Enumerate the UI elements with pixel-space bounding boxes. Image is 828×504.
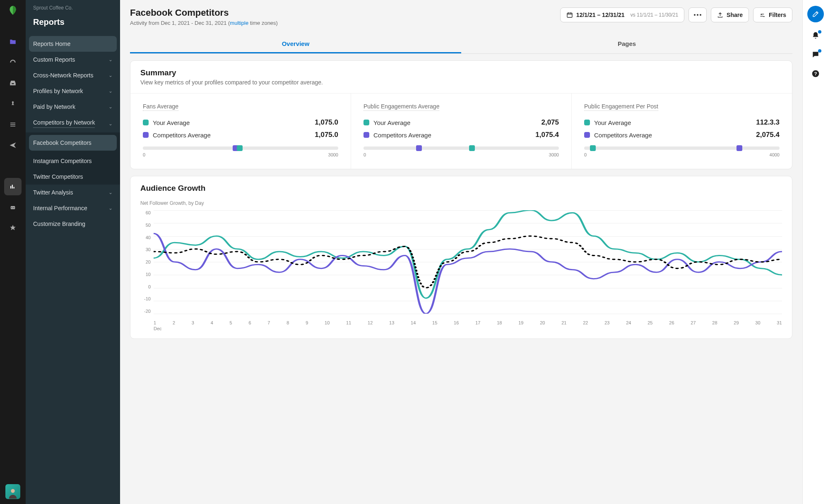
audience-growth-card: Audience Growth Net Follower Growth, by … [130, 176, 792, 339]
metric-title: Fans Average [143, 103, 178, 111]
rail-star-icon[interactable] [4, 219, 22, 237]
your-avg-label: Your Average [373, 119, 410, 126]
comp-avg-label: Competitors Average [594, 132, 652, 139]
more-button[interactable] [688, 7, 707, 22]
comp-avg-dot [584, 132, 590, 138]
nav-customize-branding[interactable]: Customize Branding [26, 216, 120, 232]
nav-custom-reports[interactable]: Custom Reports⌄ [26, 52, 120, 67]
notifications-icon[interactable] [811, 31, 820, 41]
rail-pin-icon[interactable] [4, 95, 22, 113]
chevron-down-icon: ⌄ [108, 205, 113, 211]
rail-send-icon[interactable] [4, 137, 22, 154]
comp-avg-dot [143, 132, 149, 138]
comp-avg-label: Competitors Average [153, 132, 211, 139]
share-button[interactable]: Share [711, 7, 749, 22]
nav-twitter-competitors[interactable]: Twitter Competitors [26, 169, 120, 185]
chevron-down-icon: ⌄ [108, 88, 113, 94]
sprout-logo-icon[interactable] [7, 4, 19, 17]
chevron-down-icon: ⌄ [108, 57, 113, 62]
timezone-link[interactable]: multiple [230, 20, 248, 26]
comp-avg-value: 1,075.0 [315, 131, 338, 139]
nav-twitter-analysis[interactable]: Twitter Analysis⌄ [26, 185, 120, 200]
messages-icon[interactable] [811, 50, 820, 60]
tab-pages[interactable]: Pages [461, 35, 792, 53]
your-avg-dot [363, 120, 369, 125]
messages-badge [818, 49, 821, 53]
your-avg-label: Your Average [153, 119, 190, 126]
metric-0: Fans Average Your Average1,075.0 Competi… [130, 94, 351, 169]
page-subtitle: Activity from Dec 1, 2021 - Dec 31, 2021… [130, 20, 278, 26]
your-slider-mark [469, 145, 475, 151]
compose-button[interactable] [807, 6, 824, 22]
svg-point-6 [697, 14, 698, 16]
chart-area: 6050403020100-10-20 12345678910111213141… [140, 210, 782, 330]
tabs: Overview Pages [130, 35, 792, 54]
metric-slider[interactable] [363, 146, 559, 150]
comp-slider-mark [737, 145, 742, 151]
your-avg-value: 2,075 [541, 118, 559, 127]
comp-avg-dot [363, 132, 369, 138]
metric-slider[interactable] [584, 146, 780, 150]
tab-overview[interactable]: Overview [130, 35, 461, 53]
metric-slider[interactable] [143, 146, 338, 150]
svg-point-5 [694, 14, 696, 16]
rail-reports-icon[interactable] [4, 178, 22, 195]
chevron-down-icon: ⌄ [108, 72, 113, 78]
nav-instagram-competitors[interactable]: Instagram Competitors [26, 153, 120, 169]
nav-cross-network[interactable]: Cross-Network Reports⌄ [26, 67, 120, 83]
filters-icon [759, 12, 765, 18]
right-rail: ? [802, 0, 828, 504]
rail-audio-icon[interactable] [4, 157, 22, 175]
rail-inbox-icon[interactable] [4, 74, 22, 92]
chevron-down-icon: ⌄ [108, 104, 113, 110]
summary-subtitle: View key metrics of your profiles compar… [140, 79, 782, 86]
rail-bot-icon[interactable] [4, 199, 22, 216]
nav-facebook-competitors[interactable]: Facebook Competitors [29, 135, 117, 151]
share-icon [717, 12, 723, 18]
sidebar: Sprout Coffee Co. Reports Reports Home C… [26, 0, 120, 504]
comp-avg-value: 2,075.4 [756, 131, 780, 139]
filters-button[interactable]: Filters [753, 7, 792, 22]
date-range-button[interactable]: 12/1/21 – 12/31/21vs 11/1/21 – 11/30/21 [560, 7, 684, 22]
nav-internal-performance[interactable]: Internal Performance⌄ [26, 200, 120, 216]
svg-text:?: ? [814, 71, 817, 76]
x-axis-month: Dec [154, 326, 162, 331]
nav-competitors-by-network[interactable]: Competitors by Network⌄ [26, 115, 120, 132]
svg-point-1 [12, 207, 12, 208]
user-avatar[interactable] [5, 484, 20, 499]
topbar: Facebook Competitors Activity from Dec 1… [120, 0, 802, 26]
your-avg-value: 112.3.3 [756, 118, 780, 127]
summary-card: Summary View key metrics of your profile… [130, 60, 792, 169]
metric-title: Public Engagements Average [363, 103, 439, 111]
nav-profiles-by-network[interactable]: Profiles by Network⌄ [26, 83, 120, 99]
svg-rect-0 [11, 206, 15, 209]
help-icon[interactable]: ? [811, 70, 820, 79]
nav-reports-home[interactable]: Reports Home [29, 36, 117, 52]
rail-list-icon[interactable] [4, 116, 22, 133]
summary-title: Summary [140, 68, 782, 77]
comp-avg-value: 1,075.4 [535, 131, 559, 139]
your-avg-label: Your Average [594, 119, 631, 126]
ellipsis-icon [694, 14, 701, 16]
rail-folder-icon[interactable] [4, 33, 22, 50]
metric-title: Public Engagement Per Post [584, 103, 658, 111]
sidebar-section-title: Reports [26, 17, 120, 27]
rail-gauge-icon[interactable] [4, 54, 22, 71]
your-avg-value: 1,075.0 [315, 118, 338, 127]
metric-2: Public Engagement Per Post Your Average1… [572, 94, 792, 169]
nav-paid-by-network[interactable]: Paid by Network⌄ [26, 99, 120, 115]
chart-subtitle: Net Follower Growth, by Day [130, 200, 792, 206]
page-title: Facebook Competitors [130, 7, 278, 18]
your-avg-dot [584, 120, 590, 125]
icon-rail [0, 0, 26, 504]
svg-point-7 [700, 14, 701, 16]
metric-1: Public Engagements Average Your Average2… [351, 94, 572, 169]
audience-title: Audience Growth [140, 184, 782, 193]
compose-icon [812, 10, 819, 18]
calendar-icon [566, 12, 573, 18]
main-content: Facebook Competitors Activity from Dec 1… [120, 0, 802, 504]
svg-point-3 [11, 489, 14, 493]
chevron-down-icon: ⌄ [108, 190, 113, 195]
svg-rect-4 [567, 13, 572, 17]
comp-slider-mark [416, 145, 422, 151]
